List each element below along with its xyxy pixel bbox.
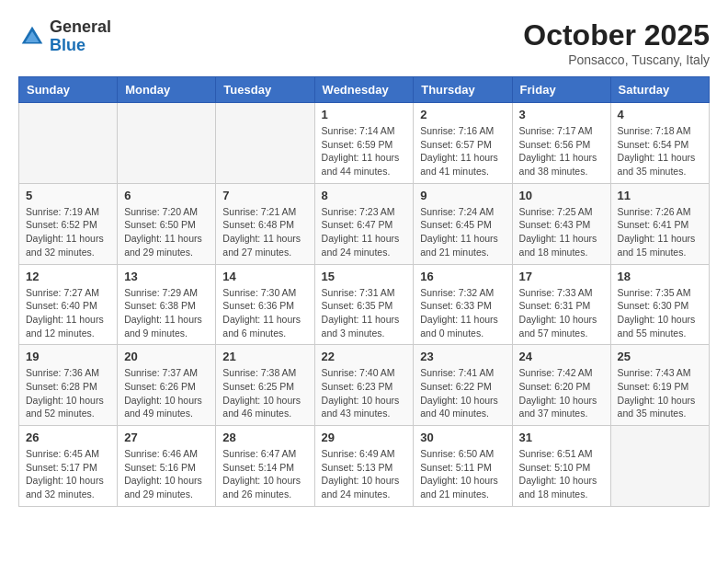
day-info: Sunrise: 7:14 AM Sunset: 6:59 PM Dayligh… xyxy=(322,124,407,178)
calendar-cell: 18Sunrise: 7:35 AM Sunset: 6:30 PM Dayli… xyxy=(610,264,709,345)
day-info: Sunrise: 7:33 AM Sunset: 6:31 PM Dayligh… xyxy=(519,286,604,340)
calendar-cell: 9Sunrise: 7:24 AM Sunset: 6:45 PM Daylig… xyxy=(414,183,512,264)
calendar-cell: 23Sunrise: 7:41 AM Sunset: 6:22 PM Dayli… xyxy=(414,345,512,426)
calendar-cell: 3Sunrise: 7:17 AM Sunset: 6:56 PM Daylig… xyxy=(512,103,610,184)
calendar-week-row: 1Sunrise: 7:14 AM Sunset: 6:59 PM Daylig… xyxy=(19,103,710,184)
day-number: 19 xyxy=(26,350,110,363)
title-block: October 2025 Ponsacco, Tuscany, Italy xyxy=(523,18,710,67)
day-info: Sunrise: 7:37 AM Sunset: 6:26 PM Dayligh… xyxy=(124,366,209,420)
day-info: Sunrise: 7:27 AM Sunset: 6:40 PM Dayligh… xyxy=(26,286,110,340)
weekday-header-wednesday: Wednesday xyxy=(314,77,414,103)
calendar-cell: 21Sunrise: 7:38 AM Sunset: 6:25 PM Dayli… xyxy=(216,345,314,426)
day-number: 16 xyxy=(420,270,505,283)
calendar-cell: 10Sunrise: 7:25 AM Sunset: 6:43 PM Dayli… xyxy=(512,183,610,264)
day-number: 17 xyxy=(519,270,604,283)
calendar-cell: 20Sunrise: 7:37 AM Sunset: 6:26 PM Dayli… xyxy=(118,345,216,426)
day-info: Sunrise: 6:45 AM Sunset: 5:17 PM Dayligh… xyxy=(26,447,110,501)
day-number: 27 xyxy=(124,431,209,444)
day-number: 11 xyxy=(618,189,702,202)
day-info: Sunrise: 7:43 AM Sunset: 6:19 PM Dayligh… xyxy=(618,366,702,420)
calendar-cell: 31Sunrise: 6:51 AM Sunset: 5:10 PM Dayli… xyxy=(512,426,610,507)
calendar-cell: 19Sunrise: 7:36 AM Sunset: 6:28 PM Dayli… xyxy=(19,345,118,426)
calendar-cell xyxy=(216,103,314,184)
calendar-cell xyxy=(19,103,118,184)
day-info: Sunrise: 7:24 AM Sunset: 6:45 PM Dayligh… xyxy=(420,205,505,259)
day-info: Sunrise: 7:40 AM Sunset: 6:23 PM Dayligh… xyxy=(322,366,407,420)
calendar-cell: 30Sunrise: 6:50 AM Sunset: 5:11 PM Dayli… xyxy=(414,426,512,507)
day-info: Sunrise: 7:31 AM Sunset: 6:35 PM Dayligh… xyxy=(322,286,407,340)
day-number: 12 xyxy=(26,270,110,283)
location-subtitle: Ponsacco, Tuscany, Italy xyxy=(523,52,710,67)
calendar-week-row: 5Sunrise: 7:19 AM Sunset: 6:52 PM Daylig… xyxy=(19,183,710,264)
day-number: 10 xyxy=(519,189,604,202)
calendar-cell: 1Sunrise: 7:14 AM Sunset: 6:59 PM Daylig… xyxy=(314,103,414,184)
day-number: 13 xyxy=(124,270,209,283)
calendar-cell: 14Sunrise: 7:30 AM Sunset: 6:36 PM Dayli… xyxy=(216,264,314,345)
logo-text: General Blue xyxy=(50,18,111,55)
calendar-cell: 15Sunrise: 7:31 AM Sunset: 6:35 PM Dayli… xyxy=(314,264,414,345)
month-title: October 2025 xyxy=(523,18,710,52)
day-number: 1 xyxy=(322,108,407,121)
day-number: 6 xyxy=(124,189,209,202)
calendar-cell: 27Sunrise: 6:46 AM Sunset: 5:16 PM Dayli… xyxy=(118,426,216,507)
calendar-cell: 25Sunrise: 7:43 AM Sunset: 6:19 PM Dayli… xyxy=(610,345,709,426)
day-number: 29 xyxy=(322,431,407,444)
day-number: 2 xyxy=(420,108,505,121)
calendar-cell: 8Sunrise: 7:23 AM Sunset: 6:47 PM Daylig… xyxy=(314,183,414,264)
day-number: 28 xyxy=(222,431,307,444)
day-info: Sunrise: 7:25 AM Sunset: 6:43 PM Dayligh… xyxy=(519,205,604,259)
calendar-week-row: 12Sunrise: 7:27 AM Sunset: 6:40 PM Dayli… xyxy=(19,264,710,345)
day-number: 8 xyxy=(322,189,407,202)
logo-icon xyxy=(18,23,46,51)
weekday-header-tuesday: Tuesday xyxy=(216,77,314,103)
day-number: 30 xyxy=(420,431,505,444)
weekday-header-thursday: Thursday xyxy=(414,77,512,103)
calendar-cell: 24Sunrise: 7:42 AM Sunset: 6:20 PM Dayli… xyxy=(512,345,610,426)
day-info: Sunrise: 7:41 AM Sunset: 6:22 PM Dayligh… xyxy=(420,366,505,420)
weekday-header-row: SundayMondayTuesdayWednesdayThursdayFrid… xyxy=(19,77,710,103)
day-number: 26 xyxy=(26,431,110,444)
weekday-header-friday: Friday xyxy=(512,77,610,103)
day-info: Sunrise: 7:38 AM Sunset: 6:25 PM Dayligh… xyxy=(222,366,307,420)
day-info: Sunrise: 7:29 AM Sunset: 6:38 PM Dayligh… xyxy=(124,286,209,340)
logo: General Blue xyxy=(18,18,111,55)
day-number: 24 xyxy=(519,350,604,363)
page-header: General Blue October 2025 Ponsacco, Tusc… xyxy=(18,18,710,67)
day-number: 22 xyxy=(322,350,407,363)
calendar-cell: 2Sunrise: 7:16 AM Sunset: 6:57 PM Daylig… xyxy=(414,103,512,184)
day-info: Sunrise: 7:17 AM Sunset: 6:56 PM Dayligh… xyxy=(519,124,604,178)
calendar-cell: 11Sunrise: 7:26 AM Sunset: 6:41 PM Dayli… xyxy=(610,183,709,264)
day-info: Sunrise: 7:36 AM Sunset: 6:28 PM Dayligh… xyxy=(26,366,110,420)
day-info: Sunrise: 6:51 AM Sunset: 5:10 PM Dayligh… xyxy=(519,447,604,501)
day-info: Sunrise: 6:50 AM Sunset: 5:11 PM Dayligh… xyxy=(420,447,505,501)
calendar-cell xyxy=(610,426,709,507)
weekday-header-saturday: Saturday xyxy=(610,77,709,103)
day-info: Sunrise: 6:47 AM Sunset: 5:14 PM Dayligh… xyxy=(222,447,307,501)
day-info: Sunrise: 7:20 AM Sunset: 6:50 PM Dayligh… xyxy=(124,205,209,259)
calendar-cell: 5Sunrise: 7:19 AM Sunset: 6:52 PM Daylig… xyxy=(19,183,118,264)
calendar-cell: 13Sunrise: 7:29 AM Sunset: 6:38 PM Dayli… xyxy=(118,264,216,345)
calendar-cell: 4Sunrise: 7:18 AM Sunset: 6:54 PM Daylig… xyxy=(610,103,709,184)
day-number: 7 xyxy=(222,189,307,202)
day-info: Sunrise: 7:18 AM Sunset: 6:54 PM Dayligh… xyxy=(618,124,702,178)
logo-blue: Blue xyxy=(50,37,111,55)
calendar-cell xyxy=(118,103,216,184)
day-number: 18 xyxy=(618,270,702,283)
calendar-cell: 12Sunrise: 7:27 AM Sunset: 6:40 PM Dayli… xyxy=(19,264,118,345)
calendar-cell: 16Sunrise: 7:32 AM Sunset: 6:33 PM Dayli… xyxy=(414,264,512,345)
weekday-header-monday: Monday xyxy=(118,77,216,103)
day-number: 9 xyxy=(420,189,505,202)
day-number: 14 xyxy=(222,270,307,283)
day-info: Sunrise: 7:35 AM Sunset: 6:30 PM Dayligh… xyxy=(618,286,702,340)
calendar-cell: 17Sunrise: 7:33 AM Sunset: 6:31 PM Dayli… xyxy=(512,264,610,345)
calendar-table: SundayMondayTuesdayWednesdayThursdayFrid… xyxy=(18,76,710,507)
weekday-header-sunday: Sunday xyxy=(19,77,118,103)
day-number: 23 xyxy=(420,350,505,363)
calendar-cell: 28Sunrise: 6:47 AM Sunset: 5:14 PM Dayli… xyxy=(216,426,314,507)
day-info: Sunrise: 7:23 AM Sunset: 6:47 PM Dayligh… xyxy=(322,205,407,259)
day-number: 5 xyxy=(26,189,110,202)
day-info: Sunrise: 7:19 AM Sunset: 6:52 PM Dayligh… xyxy=(26,205,110,259)
day-info: Sunrise: 7:32 AM Sunset: 6:33 PM Dayligh… xyxy=(420,286,505,340)
day-number: 3 xyxy=(519,108,604,121)
calendar-cell: 7Sunrise: 7:21 AM Sunset: 6:48 PM Daylig… xyxy=(216,183,314,264)
